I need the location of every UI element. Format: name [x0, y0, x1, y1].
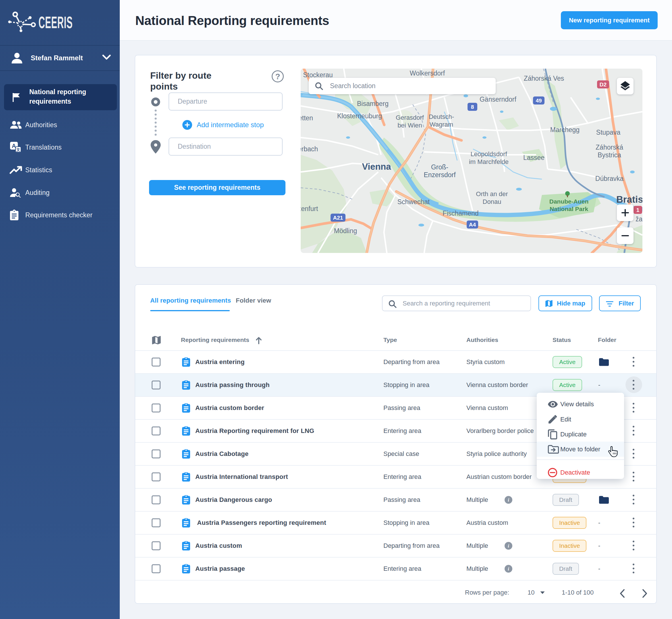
svg-text:Vienna: Vienna: [362, 162, 391, 172]
svg-text:D2: D2: [600, 81, 607, 87]
svg-text:Gerasdorf: Gerasdorf: [396, 114, 424, 121]
svg-text:etten: etten: [301, 114, 313, 122]
svg-text:Leopoldsdorf: Leopoldsdorf: [470, 150, 507, 158]
svg-text:Lassee: Lassee: [523, 154, 544, 161]
svg-text:Klosterneuburg: Klosterneuburg: [337, 112, 382, 120]
svg-text:Bystrica: Bystrica: [598, 151, 621, 159]
svg-text:8: 8: [471, 104, 474, 110]
svg-text:A21: A21: [333, 215, 343, 221]
svg-text:Donau: Donau: [483, 198, 501, 205]
svg-text:im Marchfelde: im Marchfelde: [469, 158, 509, 165]
svg-text:Bisamberg: Bisamberg: [357, 100, 389, 108]
svg-text:1: 1: [636, 207, 640, 213]
svg-text:Marchegg: Marchegg: [550, 126, 580, 134]
svg-text:Groß-: Groß-: [431, 163, 448, 171]
svg-text:Schwechat: Schwechat: [397, 198, 430, 206]
svg-text:Záhorská Ves: Záhorská Ves: [524, 75, 564, 82]
svg-text:Fischamend: Fischamend: [443, 210, 478, 217]
svg-text:Orth an der: Orth an der: [476, 190, 508, 198]
svg-text:erbach: erbach: [301, 145, 318, 153]
svg-text:Stupava: Stupava: [596, 129, 621, 136]
svg-text:Dúbravka: Dúbravka: [595, 175, 624, 182]
svg-text:文: 文: [16, 148, 20, 152]
svg-text:Enzersdorf: Enzersdorf: [423, 171, 456, 179]
svg-text:žal: žal: [635, 215, 643, 223]
svg-text:49: 49: [536, 97, 542, 104]
svg-text:Deutsch-: Deutsch-: [429, 113, 454, 120]
svg-text:Wolkersdorf: Wolkersdorf: [410, 69, 445, 77]
svg-text:Záhorská: Záhorská: [596, 144, 623, 151]
svg-text:A4: A4: [469, 222, 476, 228]
svg-text:Gänserndorf: Gänserndorf: [480, 95, 516, 103]
svg-text:Mödling: Mödling: [334, 227, 357, 234]
svg-text:Danube-Auen: Danube-Auen: [549, 198, 589, 205]
svg-text:Bratisla: Bratisla: [616, 194, 643, 205]
svg-text:Wagram: Wagram: [429, 121, 453, 128]
svg-text:National Park: National Park: [550, 206, 589, 212]
svg-text:itenfurt: itenfurt: [301, 205, 318, 212]
svg-text:bei Wien: bei Wien: [397, 122, 422, 129]
